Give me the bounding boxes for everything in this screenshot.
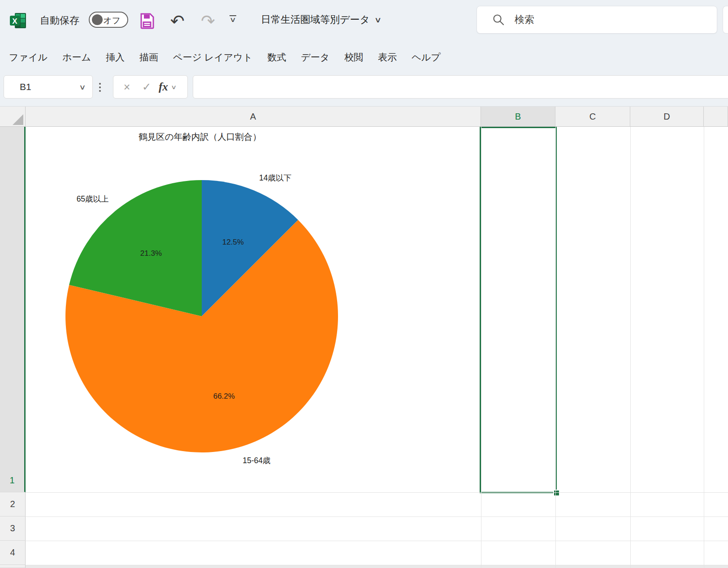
column-header-D[interactable]: D [630,107,704,126]
gridline [630,127,631,568]
row-header-4[interactable]: 4 [0,541,26,565]
chevron-down-icon: ∨ [374,15,382,25]
document-title[interactable]: 日常生活圏域等別データ ∨ [261,13,381,26]
autosave-label: 自動保存 [40,14,79,27]
undo-button[interactable]: ↶ [169,12,186,30]
gridline [26,541,728,541]
gridline [26,516,728,517]
tab-draw[interactable]: 描画 [139,51,158,64]
pie-percent-label: 21.3% [140,249,162,258]
embedded-chart[interactable]: 鶴見区の年齢内訳（人口割合）12.5%14歳以下66.2%15-64歳21.3%… [26,127,481,493]
column-header-C[interactable]: C [555,107,630,126]
row-header-column: 1234 [0,127,26,568]
chevron-down-icon[interactable]: ∨ [171,84,177,90]
column-header-B[interactable]: B [481,107,555,126]
pie-percent-label: 12.5% [222,238,244,246]
name-box[interactable]: B1 ∨ [4,75,93,99]
formula-bar-handle-icon[interactable] [98,83,102,92]
column-header-partial[interactable] [704,107,728,126]
gridline [704,127,704,568]
row-header-2[interactable]: 2 [0,492,26,516]
next-row-strip [26,565,728,568]
pie-category-label: 14歳以下 [259,173,291,182]
select-all-triangle-icon [13,114,23,125]
gridline [481,127,481,568]
search-placeholder: 検索 [515,13,534,26]
cell-selection-border [480,127,557,493]
tab-help[interactable]: ヘルプ [412,51,440,64]
spreadsheet-grid[interactable]: 鶴見区の年齢内訳（人口割合）12.5%14歳以下66.2%15-64歳21.3%… [26,127,728,568]
excel-logo-icon: X [9,12,27,30]
insert-function-button[interactable]: fx [159,81,168,93]
search-box[interactable]: 検索 [477,6,717,34]
tab-data[interactable]: データ [301,51,329,64]
autosave-toggle[interactable]: オフ [89,12,128,28]
tab-home[interactable]: ホーム [62,51,91,64]
chevron-down-icon[interactable]: ∨ [79,83,86,91]
undo-icon: ↶ [170,13,185,30]
formula-button-group: × ✓ fx ∨ [113,75,188,99]
fill-handle[interactable] [554,491,559,495]
pie-category-label: 65歳以上 [77,194,109,203]
tab-page-layout[interactable]: ページ レイアウト [173,51,252,64]
select-all-corner[interactable] [0,107,26,126]
clipped-toolbar-button [723,6,728,34]
save-button[interactable] [139,12,155,30]
pie-category-label: 15-64歳 [243,456,270,465]
column-header-A[interactable]: A [26,107,481,126]
gridline [26,565,728,565]
toggle-knob-icon [92,14,103,25]
gridline [26,492,728,493]
tab-insert[interactable]: 挿入 [106,51,125,64]
name-box-value: B1 [20,82,80,92]
enter-button[interactable]: ✓ [140,81,153,93]
row-header-3[interactable]: 3 [0,516,26,541]
cancel-button[interactable]: × [120,81,134,94]
autosave-state: オフ [103,15,121,26]
tab-formulas[interactable]: 数式 [267,51,286,64]
row-header-1[interactable]: 1 [0,127,26,492]
document-title-text: 日常生活圏域等別データ [261,13,370,26]
column-header-row: ABCD [0,106,728,127]
ribbon-tab-bar: ファイルホーム挿入描画ページ レイアウト数式データ校閲表示ヘルプ [0,43,728,72]
title-bar: X 自動保存 オフ ↶ ↷ ∨ 日常生活圏域等別データ ∨ 検索 [0,0,728,43]
formula-input[interactable] [193,75,728,99]
redo-button[interactable]: ↷ [200,12,216,30]
gridline [555,127,556,568]
pie-percent-label: 66.2% [213,392,235,400]
customize-quick-access-button[interactable]: ∨ [228,15,238,23]
formula-bar: B1 ∨ × ✓ fx ∨ [0,72,728,106]
tab-file[interactable]: ファイル [9,51,48,64]
tab-review[interactable]: 校閲 [344,51,363,64]
redo-icon: ↷ [201,13,215,30]
save-floppy-icon [140,13,154,29]
tab-view[interactable]: 表示 [378,51,397,64]
row-header-partial[interactable] [0,565,26,568]
chevron-down-icon: ∨ [229,17,236,23]
svg-text:X: X [12,17,17,26]
chart-title: 鶴見区の年齢内訳（人口割合） [138,132,261,142]
search-icon [492,13,505,26]
